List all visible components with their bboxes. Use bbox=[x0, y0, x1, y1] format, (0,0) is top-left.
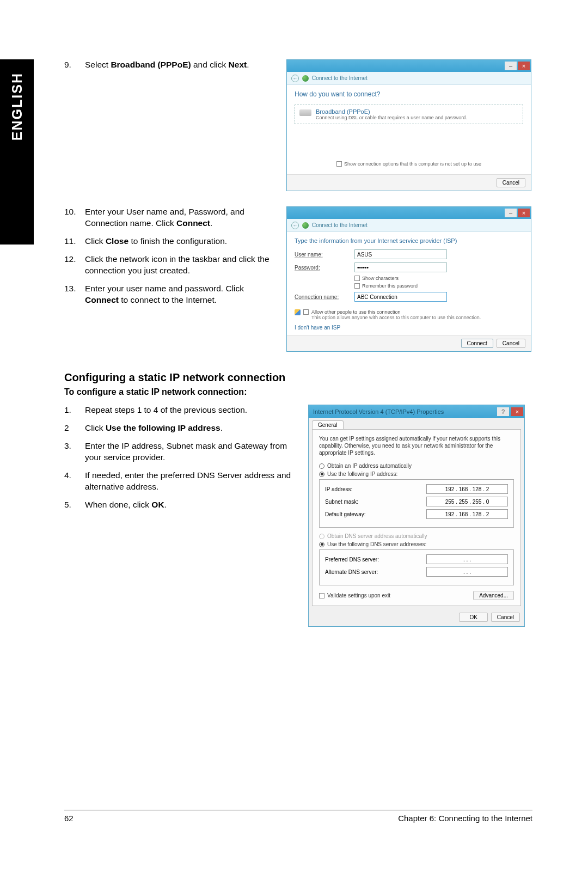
dialog-title: Internet Protocol Version 4 (TCP/IPv4) P… bbox=[313, 408, 444, 415]
option-desc: Connect using DSL or cable that requires… bbox=[316, 115, 467, 120]
radio-auto-dns: Obtain DNS server address automatically bbox=[319, 533, 514, 539]
minimize-icon[interactable]: – bbox=[505, 62, 517, 70]
step-text: If needed, enter the preferred DNS Serve… bbox=[85, 470, 298, 493]
ok-button[interactable]: OK bbox=[459, 613, 487, 622]
no-isp-link[interactable]: I don't have an ISP bbox=[295, 325, 340, 331]
gateway-input[interactable]: 192 . 168 . 128 . 2 bbox=[426, 509, 508, 519]
step-number: 2 bbox=[64, 423, 85, 434]
radio-auto-ip[interactable]: Obtain an IP address automatically bbox=[319, 463, 514, 469]
password-input[interactable]: •••••• bbox=[354, 262, 447, 272]
dialog-breadcrumb: ← Connect to the Internet bbox=[287, 72, 531, 85]
ip-address-label: IP address: bbox=[325, 486, 352, 492]
checkbox-icon[interactable] bbox=[354, 283, 360, 289]
step-number: 1. bbox=[64, 405, 85, 416]
close-icon[interactable]: × bbox=[518, 62, 530, 70]
ipv4-description: You can get IP settings assigned automat… bbox=[319, 435, 514, 456]
close-icon[interactable]: × bbox=[518, 209, 530, 217]
cancel-button[interactable]: Cancel bbox=[491, 613, 520, 622]
radio-icon[interactable] bbox=[319, 463, 324, 469]
step-text: Repeat steps 1 to 4 of the previous sect… bbox=[85, 405, 298, 416]
tab-general[interactable]: General bbox=[312, 420, 344, 429]
shield-icon bbox=[295, 309, 301, 315]
cancel-button[interactable]: Cancel bbox=[497, 178, 525, 187]
radio-icon[interactable] bbox=[319, 542, 324, 547]
step-number: 12. bbox=[64, 254, 85, 277]
step-c1: 1. Repeat steps 1 to 4 of the previous s… bbox=[64, 405, 298, 416]
page-footer: 62 Chapter 6: Connecting to the Internet bbox=[64, 810, 532, 823]
globe-icon bbox=[302, 75, 309, 82]
connection-name-input[interactable]: ABC Connection bbox=[354, 292, 447, 302]
checkbox-icon[interactable] bbox=[303, 309, 309, 315]
radio-use-dns[interactable]: Use the following DNS server addresses: bbox=[319, 541, 514, 547]
connect-button[interactable]: Connect bbox=[461, 339, 493, 348]
step-10: 10. Enter your User name and, Password, … bbox=[64, 206, 277, 229]
back-icon[interactable]: ← bbox=[291, 75, 299, 82]
step-number: 10. bbox=[64, 206, 85, 229]
subnet-mask-input[interactable]: 255 . 255 . 255 . 0 bbox=[426, 497, 508, 506]
step-number: 5. bbox=[64, 499, 85, 511]
alternate-dns-input[interactable]: . . . bbox=[426, 567, 508, 577]
radio-icon bbox=[319, 534, 324, 539]
subnet-mask-label: Subnet mask: bbox=[325, 499, 358, 505]
checkbox-icon[interactable] bbox=[319, 593, 324, 598]
breadcrumb-text: Connect to the Internet bbox=[312, 222, 367, 228]
step-text: Enter the IP address, Subnet mask and Ga… bbox=[85, 441, 298, 463]
option-title: Broadband (PPPoE) bbox=[316, 108, 467, 115]
step-11: 11. Click Close to finish the configurat… bbox=[64, 236, 277, 247]
titlebar: – × bbox=[287, 207, 531, 219]
step-12: 12. Click the network icon in the taskba… bbox=[64, 254, 277, 277]
show-characters-checkbox[interactable]: Show characters bbox=[354, 276, 523, 281]
help-icon[interactable]: ? bbox=[497, 407, 509, 416]
ip-fieldset: IP address:192 . 168 . 128 . 2 Subnet ma… bbox=[319, 479, 514, 528]
radio-icon[interactable] bbox=[319, 472, 324, 477]
step-c4: 4. If needed, enter the preferred DNS Se… bbox=[64, 470, 298, 493]
gateway-label: Default gateway: bbox=[325, 511, 366, 517]
titlebar: Internet Protocol Version 4 (TCP/IPv4) P… bbox=[309, 405, 524, 418]
ip-address-input[interactable]: 192 . 168 . 128 . 2 bbox=[426, 484, 508, 494]
titlebar: – × bbox=[287, 60, 531, 72]
radio-use-ip[interactable]: Use the following IP address: bbox=[319, 471, 514, 477]
step-number: 3. bbox=[64, 441, 85, 463]
validate-checkbox[interactable]: Validate settings upon exit bbox=[319, 592, 390, 598]
cancel-button[interactable]: Cancel bbox=[497, 339, 525, 348]
step-c5: 5. When done, click OK. bbox=[64, 499, 298, 511]
dns-fieldset: Preferred DNS server:. . . Alternate DNS… bbox=[319, 549, 514, 585]
step-text: Select Broadband (PPPoE) and click Next. bbox=[85, 59, 277, 71]
router-icon bbox=[299, 109, 311, 116]
step-text: Click Close to finish the configuration. bbox=[85, 236, 277, 247]
back-icon[interactable]: ← bbox=[291, 222, 299, 229]
dialog-breadcrumb: ← Connect to the Internet bbox=[287, 219, 531, 232]
checkbox-icon[interactable] bbox=[354, 276, 360, 281]
remember-password-checkbox[interactable]: Remember this password bbox=[354, 283, 523, 289]
step-c2: 2 Click Use the following IP address. bbox=[64, 423, 298, 434]
connect-dialog-1: – × ← Connect to the Internet How do you… bbox=[286, 59, 531, 191]
step-text: Click Use the following IP address. bbox=[85, 423, 298, 434]
checkbox-icon[interactable] bbox=[336, 161, 342, 167]
close-icon[interactable]: × bbox=[511, 407, 523, 416]
page-content: 9. Select Broadband (PPPoE) and click Ne… bbox=[64, 59, 532, 638]
breadcrumb-text: Connect to the Internet bbox=[312, 75, 367, 81]
advanced-button[interactable]: Advanced... bbox=[473, 591, 514, 600]
preferred-dns-label: Preferred DNS server: bbox=[325, 557, 379, 563]
preferred-dns-input[interactable]: . . . bbox=[426, 554, 508, 564]
connect-dialog-2: – × ← Connect to the Internet Type the i… bbox=[286, 206, 531, 352]
step-text: When done, click OK. bbox=[85, 499, 298, 511]
username-input[interactable]: ASUS bbox=[354, 249, 447, 259]
show-options-checkbox[interactable]: Show connection options that this comput… bbox=[295, 161, 523, 167]
language-tab: ENGLISH bbox=[0, 59, 34, 245]
password-label: Password: bbox=[295, 265, 354, 271]
minimize-icon[interactable]: – bbox=[505, 209, 517, 217]
chapter-title: Chapter 6: Connecting to the Internet bbox=[398, 814, 532, 823]
language-label: ENGLISH bbox=[9, 72, 25, 140]
section-subheading: To configure a static IP network connect… bbox=[64, 387, 532, 397]
step-number: 4. bbox=[64, 470, 85, 493]
step-13: 13. Enter your user name and password. C… bbox=[64, 283, 277, 306]
pppoe-option[interactable]: Broadband (PPPoE) Connect using DSL or c… bbox=[295, 105, 523, 124]
step-c3: 3. Enter the IP address, Subnet mask and… bbox=[64, 441, 298, 463]
step-text: Enter your user name and password. Click… bbox=[85, 283, 277, 306]
dialog-heading: How do you want to connect? bbox=[295, 90, 523, 98]
globe-icon bbox=[302, 222, 309, 229]
step-number: 9. bbox=[64, 59, 85, 71]
allow-others-option[interactable]: Allow other people to use this connectio… bbox=[311, 309, 481, 320]
step-text: Enter your User name and, Password, and … bbox=[85, 206, 277, 229]
